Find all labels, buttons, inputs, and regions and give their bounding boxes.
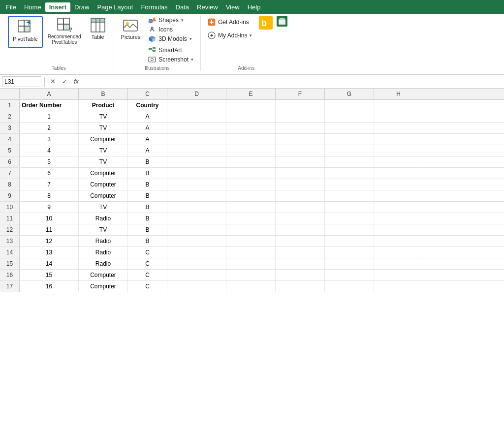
cell-g12[interactable] (325, 224, 374, 235)
cell-f2[interactable] (276, 111, 325, 122)
cell-e14[interactable] (226, 247, 276, 258)
cell-c16[interactable]: C (128, 270, 167, 280)
cell-f12[interactable] (276, 224, 325, 235)
formula-input[interactable] (83, 76, 502, 87)
row-header[interactable]: 7 (0, 168, 20, 179)
cell-c5[interactable]: A (128, 145, 167, 156)
cell-h14[interactable] (374, 247, 423, 258)
cell-e7[interactable] (226, 168, 276, 179)
cell-c8[interactable]: B (128, 179, 167, 190)
cell-d17[interactable] (167, 281, 226, 292)
cell-f6[interactable] (276, 156, 325, 167)
cell-b5[interactable]: TV (79, 145, 128, 156)
cell-e6[interactable] (226, 156, 276, 167)
cell-g3[interactable] (325, 123, 374, 133)
cell-e10[interactable] (226, 202, 276, 213)
cell-g8[interactable] (325, 179, 374, 190)
cell-g16[interactable] (325, 270, 374, 280)
cell-c14[interactable]: C (128, 247, 167, 258)
cell-b10[interactable]: TV (79, 202, 128, 213)
row-header[interactable]: 1 (0, 100, 20, 111)
cell-a13[interactable]: 12 (20, 236, 79, 247)
cell-f16[interactable] (276, 270, 325, 280)
cell-g4[interactable] (325, 134, 374, 145)
cell-f14[interactable] (276, 247, 325, 258)
col-header-e[interactable]: E (226, 89, 276, 99)
cell-b2[interactable]: TV (79, 111, 128, 122)
cell-a6[interactable]: 5 (20, 156, 79, 167)
cell-g6[interactable] (325, 156, 374, 167)
row-header[interactable]: 6 (0, 156, 20, 167)
cell-a2[interactable]: 1 (20, 111, 79, 122)
cell-a7[interactable]: 6 (20, 168, 79, 179)
cell-a11[interactable]: 10 (20, 213, 79, 224)
cell-e2[interactable] (226, 111, 276, 122)
cell-h2[interactable] (374, 111, 423, 122)
cell-b16[interactable]: Computer (79, 270, 128, 280)
cell-d5[interactable] (167, 145, 226, 156)
cell-c12[interactable]: B (128, 224, 167, 235)
cell-h12[interactable] (374, 224, 423, 235)
cell-h13[interactable] (374, 236, 423, 247)
pictures-button[interactable]: Pictures (118, 16, 144, 44)
cell-h5[interactable] (374, 145, 423, 156)
row-header[interactable]: 2 (0, 111, 20, 122)
cell-d3[interactable] (167, 123, 226, 133)
cell-c15[interactable]: C (128, 258, 167, 269)
cell-b7[interactable]: Computer (79, 168, 128, 179)
cell-a9[interactable]: 8 (20, 190, 79, 201)
cell-c13[interactable]: B (128, 236, 167, 247)
cell-g2[interactable] (325, 111, 374, 122)
cell-d2[interactable] (167, 111, 226, 122)
cell-d13[interactable] (167, 236, 226, 247)
cell-b11[interactable]: Radio (79, 213, 128, 224)
menu-data[interactable]: Data (172, 2, 193, 12)
menu-view[interactable]: View (222, 2, 244, 12)
cell-d16[interactable] (167, 270, 226, 280)
cell-g14[interactable] (325, 247, 374, 258)
cell-a5[interactable]: 4 (20, 145, 79, 156)
cell-a8[interactable]: 7 (20, 179, 79, 190)
cell-f5[interactable] (276, 145, 325, 156)
cell-d6[interactable] (167, 156, 226, 167)
cell-b6[interactable]: TV (79, 156, 128, 167)
cell-g15[interactable] (325, 258, 374, 269)
cell-f15[interactable] (276, 258, 325, 269)
cell-a4[interactable]: 3 (20, 134, 79, 145)
cell-f3[interactable] (276, 123, 325, 133)
row-header[interactable]: 16 (0, 270, 20, 280)
menu-insert[interactable]: Insert (45, 2, 70, 12)
cell-b8[interactable]: Computer (79, 179, 128, 190)
cell-h7[interactable] (374, 168, 423, 179)
cell-b9[interactable]: Computer (79, 190, 128, 201)
row-header[interactable]: 15 (0, 258, 20, 269)
cell-e8[interactable] (226, 179, 276, 190)
cell-b1[interactable]: Product (79, 100, 128, 111)
menu-help[interactable]: Help (244, 2, 265, 12)
icons-button[interactable]: Icons (145, 25, 176, 34)
cell-a17[interactable]: 16 (20, 281, 79, 292)
cell-f8[interactable] (276, 179, 325, 190)
menu-formulas[interactable]: Formulas (137, 2, 171, 12)
cell-h6[interactable] (374, 156, 423, 167)
cell-f10[interactable] (276, 202, 325, 213)
cell-h9[interactable] (374, 190, 423, 201)
cell-e1[interactable] (226, 100, 276, 111)
cell-b15[interactable]: Radio (79, 258, 128, 269)
cell-c10[interactable]: B (128, 202, 167, 213)
cell-f7[interactable] (276, 168, 325, 179)
cell-a12[interactable]: 11 (20, 224, 79, 235)
cell-c6[interactable]: B (128, 156, 167, 167)
row-header[interactable]: 13 (0, 236, 20, 247)
cell-h4[interactable] (374, 134, 423, 145)
cell-c9[interactable]: B (128, 190, 167, 201)
table-button[interactable]: Table (86, 16, 110, 44)
get-addins-button[interactable]: Get Add-ins (205, 16, 252, 29)
cell-e5[interactable] (226, 145, 276, 156)
cell-d11[interactable] (167, 213, 226, 224)
cell-d1[interactable] (167, 100, 226, 111)
3d-models-dropdown[interactable]: ▾ (189, 36, 192, 41)
cell-h1[interactable] (374, 100, 423, 111)
cell-e13[interactable] (226, 236, 276, 247)
cell-h8[interactable] (374, 179, 423, 190)
